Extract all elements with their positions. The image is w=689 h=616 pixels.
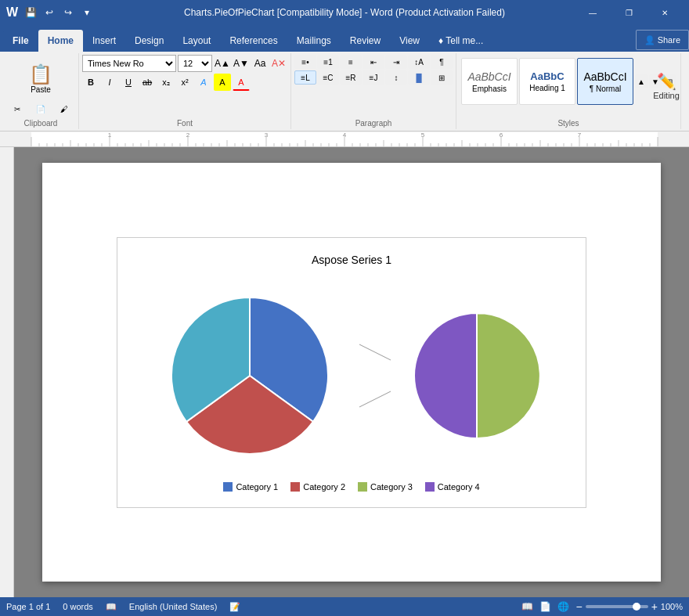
bold-button[interactable]: B bbox=[82, 74, 99, 91]
format-painter-button[interactable]: 🖌 bbox=[53, 102, 75, 116]
text-highlight-button[interactable]: A bbox=[214, 74, 231, 91]
tab-review[interactable]: Review bbox=[341, 30, 390, 52]
save-button[interactable]: 💾 bbox=[23, 5, 38, 20]
paste-button[interactable]: 📋 Paste bbox=[22, 55, 60, 102]
web-layout-button[interactable]: 🌐 bbox=[557, 601, 569, 612]
small-pie-segment-cat3 bbox=[477, 312, 540, 438]
legend-item-cat1: Category 1 bbox=[223, 482, 278, 492]
paragraph-section: ≡• ≡1 ≡ ⇤ ⇥ ↕A ¶ ≡L ≡C ≡R ≡J ↕ █ ⊞ bbox=[294, 55, 453, 85]
subscript-button[interactable]: x₂ bbox=[157, 74, 175, 91]
italic-button[interactable]: I bbox=[101, 74, 118, 91]
justify-button[interactable]: ≡J bbox=[363, 70, 384, 85]
editing-icon: ✏️ bbox=[657, 72, 676, 91]
document-page: Aspose Series 1 bbox=[42, 163, 661, 582]
superscript-button[interactable]: x² bbox=[176, 74, 193, 91]
clear-format-button[interactable]: A✕ bbox=[270, 55, 287, 72]
small-pie-chart bbox=[406, 305, 547, 446]
change-case-button[interactable]: Aa bbox=[251, 55, 269, 72]
svg-text:6: 6 bbox=[500, 132, 503, 139]
styles-gallery: AaBbCcI Emphasis AaBbC Heading 1 AaBbCcI… bbox=[460, 55, 677, 108]
sort-button[interactable]: ↕A bbox=[408, 55, 430, 69]
tab-references[interactable]: References bbox=[220, 30, 287, 52]
legend-item-cat2: Category 2 bbox=[290, 482, 345, 492]
editing-panel[interactable]: ✏️ Editing bbox=[647, 55, 686, 117]
main-area: Aspose Series 1 bbox=[0, 147, 689, 597]
text-effect-button[interactable]: A bbox=[195, 74, 212, 91]
paste-icon: 📋 bbox=[29, 63, 52, 85]
tab-tell-me[interactable]: ♦ Tell me... bbox=[429, 30, 492, 52]
normal-label: ¶ Normal bbox=[590, 85, 621, 93]
para-row1: ≡• ≡1 ≡ ⇤ ⇥ ↕A ¶ bbox=[294, 55, 453, 69]
borders-button[interactable]: ⊞ bbox=[431, 70, 453, 85]
tab-layout[interactable]: Layout bbox=[173, 30, 220, 52]
undo-button[interactable]: ↩ bbox=[41, 5, 57, 20]
underline-button[interactable]: U bbox=[120, 74, 137, 91]
increase-indent-button[interactable]: ⇥ bbox=[385, 55, 407, 69]
customize-qat-button[interactable]: ▾ bbox=[79, 5, 95, 20]
svg-text:3: 3 bbox=[265, 132, 269, 139]
zoom-slider[interactable] bbox=[586, 605, 648, 608]
tab-design[interactable]: Design bbox=[125, 30, 173, 52]
shading-button[interactable]: █ bbox=[408, 70, 430, 85]
multilevel-button[interactable]: ≡ bbox=[340, 55, 362, 69]
zoom-out-button[interactable]: − bbox=[575, 600, 582, 613]
style-normal[interactable]: AaBbCcI ¶ Normal bbox=[577, 58, 633, 105]
restore-button[interactable]: ❐ bbox=[611, 0, 647, 25]
styles-content: AaBbCcI Emphasis AaBbC Heading 1 AaBbCcI… bbox=[460, 55, 677, 116]
style-emphasis[interactable]: AaBbCcI Emphasis bbox=[461, 58, 518, 105]
track-changes-icon[interactable]: 📝 bbox=[229, 602, 240, 612]
align-center-button[interactable]: ≡C bbox=[317, 70, 339, 85]
ribbon-group-font: Times New Ro 12 A▲ A▼ Aa A✕ B I U ab x₂ bbox=[79, 53, 291, 129]
zoom-level: 100% bbox=[661, 602, 683, 611]
zoom-in-button[interactable]: + bbox=[651, 600, 658, 613]
styles-scroll-up[interactable]: ▲ bbox=[635, 74, 648, 88]
ribbon-group-clipboard: 📋 Paste ✂ 📄 🖌 Clipboard bbox=[3, 53, 79, 129]
line-spacing-button[interactable]: ↕ bbox=[385, 70, 407, 85]
font-color-button[interactable]: A bbox=[233, 74, 250, 91]
title-bar-left: W 💾 ↩ ↪ ▾ bbox=[6, 5, 95, 20]
decrease-font-button[interactable]: A▼ bbox=[233, 55, 250, 72]
font-content: Times New Ro 12 A▲ A▼ Aa A✕ B I U ab x₂ bbox=[82, 55, 287, 116]
legend-item-cat4: Category 4 bbox=[425, 482, 480, 492]
font-family-select[interactable]: Times New Ro bbox=[82, 55, 176, 72]
para-row2: ≡L ≡C ≡R ≡J ↕ █ ⊞ bbox=[294, 70, 453, 85]
close-button[interactable]: ✕ bbox=[647, 0, 683, 25]
increase-font-button[interactable]: A▲ bbox=[214, 55, 231, 72]
tab-home[interactable]: Home bbox=[38, 30, 83, 52]
word-icon: W bbox=[6, 5, 18, 20]
minimize-button[interactable]: — bbox=[575, 0, 611, 25]
tab-mailings[interactable]: Mailings bbox=[287, 30, 341, 52]
svg-text:7: 7 bbox=[578, 132, 582, 139]
legend-label-cat3: Category 3 bbox=[370, 482, 413, 492]
decrease-indent-button[interactable]: ⇤ bbox=[363, 55, 384, 69]
horizontal-ruler: // Can't use script here, will handle ou… bbox=[0, 131, 689, 147]
document-area[interactable]: Aspose Series 1 bbox=[14, 147, 689, 597]
ribbon-body: 📋 Paste ✂ 📄 🖌 Clipboard Times New Ro bbox=[0, 52, 689, 131]
tab-insert[interactable]: Insert bbox=[83, 30, 125, 52]
tab-file[interactable]: File bbox=[3, 30, 38, 52]
legend-color-cat1 bbox=[223, 482, 233, 492]
language: English (United States) bbox=[129, 602, 218, 611]
bullets-button[interactable]: ≡• bbox=[294, 55, 316, 69]
svg-text:4: 4 bbox=[343, 132, 347, 139]
show-marks-button[interactable]: ¶ bbox=[431, 55, 453, 69]
style-heading1[interactable]: AaBbC Heading 1 bbox=[519, 58, 575, 105]
redo-button[interactable]: ↪ bbox=[60, 5, 76, 20]
paragraph-label: Paragraph bbox=[355, 116, 392, 128]
strikethrough-button[interactable]: ab bbox=[139, 74, 156, 91]
font-size-select[interactable]: 12 bbox=[178, 55, 212, 72]
print-layout-button[interactable]: 📄 bbox=[539, 601, 551, 612]
align-left-button[interactable]: ≡L bbox=[294, 70, 316, 85]
ribbon-group-paragraph: ≡• ≡1 ≡ ⇤ ⇥ ↕A ¶ ≡L ≡C ≡R ≡J ↕ █ ⊞ bbox=[291, 53, 456, 129]
legend-color-cat2 bbox=[290, 482, 300, 492]
proofing-icon[interactable]: 📖 bbox=[106, 602, 117, 612]
align-right-button[interactable]: ≡R bbox=[340, 70, 362, 85]
read-mode-button[interactable]: 📖 bbox=[521, 601, 533, 612]
heading1-preview: AaBbC bbox=[530, 70, 564, 82]
numbering-button[interactable]: ≡1 bbox=[317, 55, 339, 69]
tab-view[interactable]: View bbox=[390, 30, 429, 52]
cut-button[interactable]: ✂ bbox=[6, 102, 28, 116]
share-button[interactable]: 👤 Share bbox=[636, 30, 689, 50]
copy-button[interactable]: 📄 bbox=[30, 102, 52, 116]
main-pie-chart bbox=[156, 282, 344, 470]
